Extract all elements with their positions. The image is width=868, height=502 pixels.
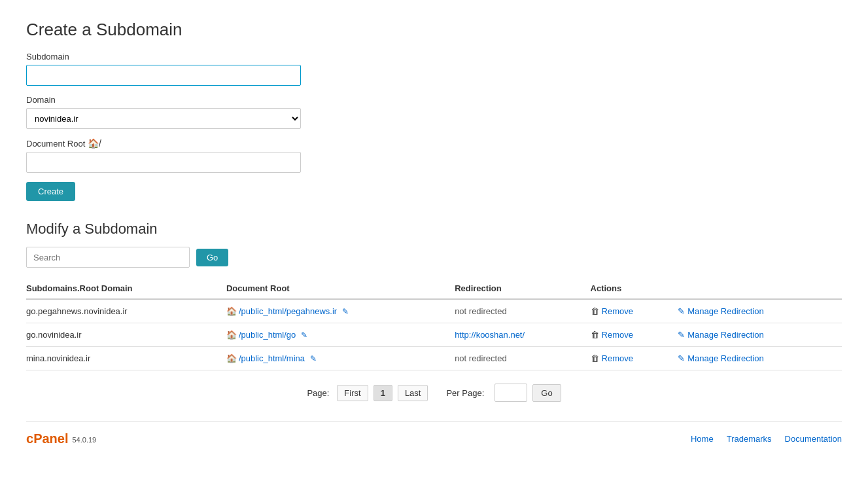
home-icon: 🏠	[226, 353, 237, 363]
home-icon: 🏠	[226, 330, 237, 340]
page-label: Page:	[307, 388, 329, 398]
per-page-input[interactable]: 10	[495, 384, 527, 402]
cell-remove: 🗑Remove	[591, 347, 678, 370]
col-actions: Actions	[591, 278, 678, 299]
cell-manage-redirection: ✎Manage Redirection	[678, 299, 842, 323]
col-docroot: Document Root	[226, 278, 455, 299]
cell-subdomain: go.pegahnews.novinidea.ir	[26, 299, 226, 323]
domain-label: Domain	[26, 95, 842, 105]
pagination: Page: First 1 Last Per Page: 10 Go	[26, 384, 842, 402]
edit-icon[interactable]: ✎	[342, 307, 349, 316]
remove-link[interactable]: Remove	[602, 306, 633, 316]
manage-redirection-link[interactable]: Manage Redirection	[687, 330, 763, 340]
cell-docroot: 🏠/public_html/pegahnews.ir ✎	[226, 299, 455, 323]
domain-select[interactable]: novinidea.ir	[26, 108, 301, 129]
cpanel-logo: cPanel 54.0.19	[26, 431, 96, 446]
document-root-label: Document Root 🏠/	[26, 138, 842, 149]
manage-redirection-link[interactable]: Manage Redirection	[687, 306, 763, 316]
search-input[interactable]	[26, 247, 190, 268]
col-redirection: Redirection	[455, 278, 590, 299]
cell-docroot: 🏠/public_html/mina ✎	[226, 347, 455, 370]
trash-icon: 🗑	[591, 330, 599, 340]
subdomain-input[interactable]	[26, 65, 301, 86]
cpanel-version: 54.0.19	[72, 436, 96, 444]
pencil-icon: ✎	[678, 306, 685, 316]
cpanel-panel-text: Panel	[33, 431, 68, 446]
cell-redirection: not redirected	[455, 347, 590, 370]
docroot-link[interactable]: /public_html/pegahnews.ir	[239, 306, 337, 316]
footer-documentation-link[interactable]: Documentation	[785, 434, 842, 444]
cpanel-c-text: c	[26, 431, 33, 446]
per-page-label: Per Page:	[446, 388, 484, 398]
search-go-button[interactable]: Go	[196, 249, 228, 266]
cell-manage-redirection: ✎Manage Redirection	[678, 323, 842, 347]
current-page-button[interactable]: 1	[373, 385, 392, 401]
subdomains-table: Subdomains.Root Domain Document Root Red…	[26, 278, 842, 370]
create-subdomain-title: Create a Subdomain	[26, 20, 842, 40]
subdomain-label: Subdomain	[26, 52, 842, 62]
footer: cPanel 54.0.19 Home Trademarks Documenta…	[26, 421, 842, 446]
cell-docroot: 🏠/public_html/go ✎	[226, 323, 455, 347]
cell-manage-redirection: ✎Manage Redirection	[678, 347, 842, 370]
cell-redirection: not redirected	[455, 299, 590, 323]
modify-subdomain-title: Modify a Subdomain	[26, 221, 842, 238]
home-icon: 🏠	[226, 306, 237, 316]
manage-redirection-link[interactable]: Manage Redirection	[687, 353, 763, 363]
pencil-icon: ✎	[678, 330, 685, 340]
col-actions-extra	[678, 278, 842, 299]
redirection-link[interactable]: http://kooshan.net/	[455, 330, 525, 340]
pencil-icon: ✎	[678, 353, 685, 363]
remove-link[interactable]: Remove	[602, 353, 633, 363]
trash-icon: 🗑	[591, 306, 599, 316]
last-page-button[interactable]: Last	[398, 385, 428, 401]
create-button[interactable]: Create	[26, 182, 75, 201]
cell-subdomain: go.novinidea.ir	[26, 323, 226, 347]
edit-icon[interactable]: ✎	[310, 354, 317, 363]
footer-links: Home Trademarks Documentation	[691, 434, 842, 444]
document-root-input[interactable]	[26, 152, 301, 173]
docroot-link[interactable]: /public_html/mina	[239, 353, 305, 363]
cell-redirection: http://kooshan.net/	[455, 323, 590, 347]
cell-remove: 🗑Remove	[591, 299, 678, 323]
footer-trademarks-link[interactable]: Trademarks	[727, 434, 772, 444]
cell-remove: 🗑Remove	[591, 323, 678, 347]
cell-subdomain: mina.novinidea.ir	[26, 347, 226, 370]
trash-icon: 🗑	[591, 353, 599, 363]
footer-home-link[interactable]: Home	[691, 434, 714, 444]
first-page-button[interactable]: First	[337, 385, 368, 401]
remove-link[interactable]: Remove	[602, 330, 633, 340]
table-row: go.novinidea.ir🏠/public_html/go ✎http://…	[26, 323, 842, 347]
table-row: mina.novinidea.ir🏠/public_html/mina ✎not…	[26, 347, 842, 370]
col-subdomain: Subdomains.Root Domain	[26, 278, 226, 299]
home-icon: 🏠/	[88, 138, 101, 149]
per-page-go-button[interactable]: Go	[532, 384, 561, 402]
docroot-link[interactable]: /public_html/go	[239, 330, 296, 340]
edit-icon[interactable]: ✎	[301, 331, 307, 340]
table-row: go.pegahnews.novinidea.ir🏠/public_html/p…	[26, 299, 842, 323]
